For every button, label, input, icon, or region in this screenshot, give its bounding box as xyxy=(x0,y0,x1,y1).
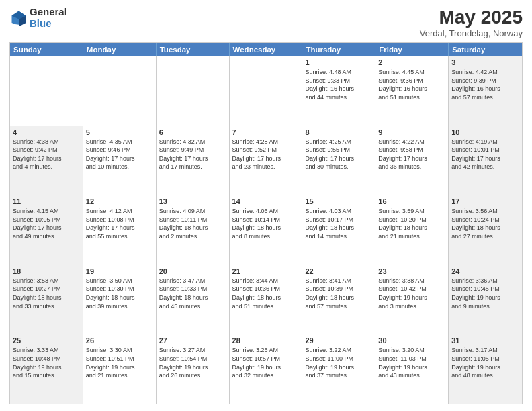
day-info-3: Sunrise: 4:42 AM Sunset: 9:39 PM Dayligh… xyxy=(451,68,519,101)
day-number-5: 5 xyxy=(86,128,153,136)
day-9: 9Sunrise: 4:22 AM Sunset: 9:58 PM Daylig… xyxy=(375,126,449,195)
day-22: 22Sunrise: 3:41 AM Sunset: 10:39 PM Dayl… xyxy=(302,265,375,334)
day-number-20: 20 xyxy=(159,267,226,275)
day-number-31: 31 xyxy=(451,336,519,345)
day-8: 8Sunrise: 4:25 AM Sunset: 9:55 PM Daylig… xyxy=(302,126,375,195)
day-number-21: 21 xyxy=(232,267,300,275)
day-info-26: Sunrise: 3:30 AM Sunset: 10:51 PM Daylig… xyxy=(86,346,153,379)
day-number-2: 2 xyxy=(378,58,445,66)
day-info-11: Sunrise: 4:15 AM Sunset: 10:05 PM Daylig… xyxy=(13,207,80,240)
page: General Blue May 2025 Verdal, Trondelag,… xyxy=(0,0,532,411)
day-31: 31Sunrise: 3:17 AM Sunset: 11:05 PM Dayl… xyxy=(449,334,522,404)
day-number-28: 28 xyxy=(232,336,300,345)
day-number-11: 11 xyxy=(13,197,80,205)
day-number-29: 29 xyxy=(305,336,372,345)
day-number-15: 15 xyxy=(305,197,372,205)
day-number-3: 3 xyxy=(451,58,519,66)
header-thursday: Thursday xyxy=(302,43,375,56)
day-info-22: Sunrise: 3:41 AM Sunset: 10:39 PM Daylig… xyxy=(305,277,372,310)
logo-text: General Blue xyxy=(30,7,67,29)
day-16: 16Sunrise: 3:59 AM Sunset: 10:20 PM Dayl… xyxy=(375,195,449,265)
day-number-12: 12 xyxy=(86,197,153,205)
week-row-2: 4Sunrise: 4:38 AM Sunset: 9:42 PM Daylig… xyxy=(10,126,522,195)
day-7: 7Sunrise: 4:28 AM Sunset: 9:52 PM Daylig… xyxy=(230,126,303,195)
day-number-8: 8 xyxy=(305,128,372,136)
day-24: 24Sunrise: 3:36 AM Sunset: 10:45 PM Dayl… xyxy=(449,265,522,334)
day-info-13: Sunrise: 4:09 AM Sunset: 10:11 PM Daylig… xyxy=(159,207,226,240)
day-info-27: Sunrise: 3:27 AM Sunset: 10:54 PM Daylig… xyxy=(159,346,226,379)
day-21: 21Sunrise: 3:44 AM Sunset: 10:36 PM Dayl… xyxy=(230,265,303,334)
day-12: 12Sunrise: 4:12 AM Sunset: 10:08 PM Dayl… xyxy=(83,195,157,265)
day-info-8: Sunrise: 4:25 AM Sunset: 9:55 PM Dayligh… xyxy=(305,138,372,171)
day-number-9: 9 xyxy=(378,128,445,136)
day-26: 26Sunrise: 3:30 AM Sunset: 10:51 PM Dayl… xyxy=(83,334,157,404)
day-info-6: Sunrise: 4:32 AM Sunset: 9:49 PM Dayligh… xyxy=(159,138,226,171)
day-number-23: 23 xyxy=(378,267,445,275)
day-number-19: 19 xyxy=(86,267,153,275)
day-27: 27Sunrise: 3:27 AM Sunset: 10:54 PM Dayl… xyxy=(157,334,230,404)
header-friday: Friday xyxy=(375,43,449,56)
day-info-19: Sunrise: 3:50 AM Sunset: 10:30 PM Daylig… xyxy=(86,277,153,310)
day-info-18: Sunrise: 3:53 AM Sunset: 10:27 PM Daylig… xyxy=(13,277,80,310)
day-info-23: Sunrise: 3:38 AM Sunset: 10:42 PM Daylig… xyxy=(378,277,445,310)
calendar: SundayMondayTuesdayWednesdayThursdayFrid… xyxy=(9,42,523,404)
logo-general-text: General xyxy=(30,7,67,18)
day-number-16: 16 xyxy=(378,197,445,205)
day-number-10: 10 xyxy=(451,128,519,136)
day-info-24: Sunrise: 3:36 AM Sunset: 10:45 PM Daylig… xyxy=(451,277,519,310)
day-info-10: Sunrise: 4:19 AM Sunset: 10:01 PM Daylig… xyxy=(451,138,519,171)
logo-icon xyxy=(9,9,28,28)
day-number-4: 4 xyxy=(13,128,80,136)
day-14: 14Sunrise: 4:06 AM Sunset: 10:14 PM Dayl… xyxy=(230,195,303,265)
day-11: 11Sunrise: 4:15 AM Sunset: 10:05 PM Dayl… xyxy=(10,195,83,265)
location: Verdal, Trondelag, Norway xyxy=(420,28,523,38)
day-5: 5Sunrise: 4:35 AM Sunset: 9:46 PM Daylig… xyxy=(83,126,157,195)
day-number-30: 30 xyxy=(378,336,445,345)
day-30: 30Sunrise: 3:20 AM Sunset: 11:03 PM Dayl… xyxy=(375,334,449,404)
day-17: 17Sunrise: 3:56 AM Sunset: 10:24 PM Dayl… xyxy=(449,195,522,265)
day-13: 13Sunrise: 4:09 AM Sunset: 10:11 PM Dayl… xyxy=(157,195,230,265)
day-info-5: Sunrise: 4:35 AM Sunset: 9:46 PM Dayligh… xyxy=(86,138,153,171)
logo-blue-text: Blue xyxy=(30,18,67,30)
day-10: 10Sunrise: 4:19 AM Sunset: 10:01 PM Dayl… xyxy=(449,126,522,195)
calendar-header: SundayMondayTuesdayWednesdayThursdayFrid… xyxy=(10,43,522,56)
day-number-6: 6 xyxy=(159,128,226,136)
header-saturday: Saturday xyxy=(449,43,522,56)
header-wednesday: Wednesday xyxy=(230,43,303,56)
day-29: 29Sunrise: 3:22 AM Sunset: 11:00 PM Dayl… xyxy=(302,334,375,404)
day-15: 15Sunrise: 4:03 AM Sunset: 10:17 PM Dayl… xyxy=(302,195,375,265)
month-title: May 2025 xyxy=(420,7,523,28)
day-info-25: Sunrise: 3:33 AM Sunset: 10:48 PM Daylig… xyxy=(13,346,80,379)
empty-cell-0-1 xyxy=(83,56,157,126)
day-info-29: Sunrise: 3:22 AM Sunset: 11:00 PM Daylig… xyxy=(305,346,372,379)
day-info-31: Sunrise: 3:17 AM Sunset: 11:05 PM Daylig… xyxy=(451,346,519,379)
header-tuesday: Tuesday xyxy=(157,43,230,56)
day-3: 3Sunrise: 4:42 AM Sunset: 9:39 PM Daylig… xyxy=(449,56,522,126)
day-number-1: 1 xyxy=(305,58,372,66)
day-number-24: 24 xyxy=(451,267,519,275)
week-row-1: 1Sunrise: 4:48 AM Sunset: 9:33 PM Daylig… xyxy=(10,56,522,126)
week-row-3: 11Sunrise: 4:15 AM Sunset: 10:05 PM Dayl… xyxy=(10,195,522,265)
day-info-7: Sunrise: 4:28 AM Sunset: 9:52 PM Dayligh… xyxy=(232,138,300,171)
day-info-4: Sunrise: 4:38 AM Sunset: 9:42 PM Dayligh… xyxy=(13,138,80,171)
day-number-14: 14 xyxy=(232,197,300,205)
day-info-1: Sunrise: 4:48 AM Sunset: 9:33 PM Dayligh… xyxy=(305,68,372,101)
week-row-5: 25Sunrise: 3:33 AM Sunset: 10:48 PM Dayl… xyxy=(10,334,522,404)
calendar-body: 1Sunrise: 4:48 AM Sunset: 9:33 PM Daylig… xyxy=(10,56,522,404)
header-sunday: Sunday xyxy=(10,43,83,56)
day-number-7: 7 xyxy=(232,128,300,136)
day-6: 6Sunrise: 4:32 AM Sunset: 9:49 PM Daylig… xyxy=(157,126,230,195)
day-23: 23Sunrise: 3:38 AM Sunset: 10:42 PM Dayl… xyxy=(375,265,449,334)
day-info-17: Sunrise: 3:56 AM Sunset: 10:24 PM Daylig… xyxy=(451,207,519,240)
day-1: 1Sunrise: 4:48 AM Sunset: 9:33 PM Daylig… xyxy=(302,56,375,126)
header: General Blue May 2025 Verdal, Trondelag,… xyxy=(9,7,523,38)
day-info-20: Sunrise: 3:47 AM Sunset: 10:33 PM Daylig… xyxy=(159,277,226,310)
title-block: May 2025 Verdal, Trondelag, Norway xyxy=(420,7,523,38)
day-info-28: Sunrise: 3:25 AM Sunset: 10:57 PM Daylig… xyxy=(232,346,300,379)
day-20: 20Sunrise: 3:47 AM Sunset: 10:33 PM Dayl… xyxy=(157,265,230,334)
day-number-17: 17 xyxy=(451,197,519,205)
day-info-30: Sunrise: 3:20 AM Sunset: 11:03 PM Daylig… xyxy=(378,346,445,379)
day-25: 25Sunrise: 3:33 AM Sunset: 10:48 PM Dayl… xyxy=(10,334,83,404)
day-19: 19Sunrise: 3:50 AM Sunset: 10:30 PM Dayl… xyxy=(83,265,157,334)
day-2: 2Sunrise: 4:45 AM Sunset: 9:36 PM Daylig… xyxy=(375,56,449,126)
